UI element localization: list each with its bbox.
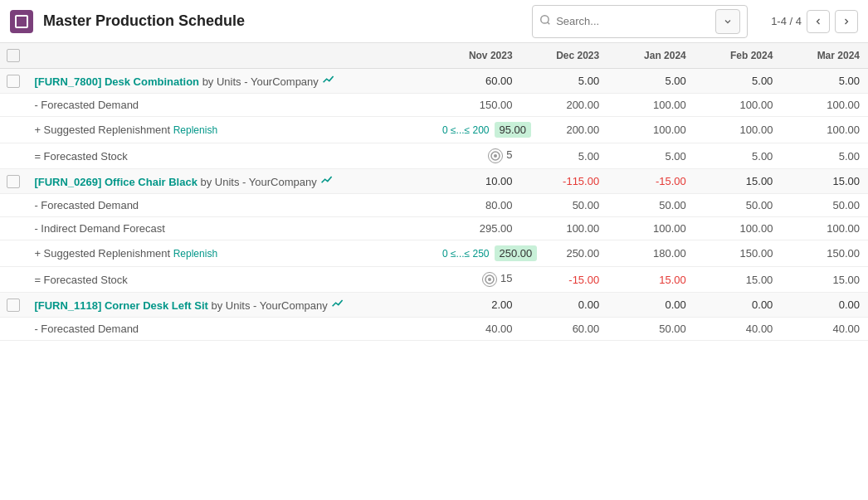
data-cell: 15.00	[695, 169, 782, 194]
row-checkbox-cell[interactable]	[0, 143, 26, 169]
detail-data-value: 100.00	[827, 222, 860, 235]
data-cell: 0 ≤...≤ 250250.00	[434, 240, 521, 267]
product-link[interactable]: [FURN_1118] Corner Desk Left Sit	[34, 299, 208, 312]
data-cell: 15.00	[781, 169, 868, 194]
chart-icon[interactable]	[331, 298, 344, 312]
data-cell: 50.00	[607, 318, 695, 341]
table-header-row: Nov 2023 Dec 2023 Jan 2024 Feb 2024 Mar …	[0, 43, 868, 69]
stock-data-value: 5.00	[839, 150, 860, 163]
search-icon	[539, 14, 551, 28]
row-checkbox-cell[interactable]	[0, 69, 26, 94]
detail-label-cell: - Forecasted Demand	[26, 94, 434, 117]
data-cell: 5.00	[695, 69, 782, 94]
product-label-cell: [FURN_1118] Corner Desk Left Sit by Unit…	[26, 293, 434, 318]
table-row: = Forecasted Stock 55.005.005.005.00	[0, 143, 868, 169]
data-cell: 100.00	[781, 217, 868, 240]
data-cell: 2.00	[434, 293, 521, 318]
stock-label: = Forecasted Stock	[34, 150, 127, 163]
product-data-value: 0.00	[578, 299, 599, 311]
row-checkbox[interactable]	[7, 175, 20, 188]
detail-label-cell: - Indirect Demand Forecast	[26, 217, 434, 240]
product-data-value: 60.00	[485, 75, 513, 87]
table-row: [FURN_0269] Office Chair Black by Units …	[0, 169, 868, 194]
data-cell: 0.00	[521, 293, 608, 318]
header-checkbox-cell[interactable]	[0, 43, 26, 69]
replenishment-data-value: 100.00	[740, 124, 773, 136]
table-row: + Suggested Replenishment Replenish0 ≤..…	[0, 240, 868, 267]
row-checkbox-cell[interactable]	[0, 267, 26, 293]
stock-data-value: 15.00	[659, 274, 686, 286]
production-schedule-table: Nov 2023 Dec 2023 Jan 2024 Feb 2024 Mar …	[0, 43, 868, 341]
row-checkbox-cell[interactable]	[0, 169, 26, 194]
product-data-value: 15.00	[746, 175, 773, 187]
replenish-link[interactable]: Replenish	[173, 124, 217, 136]
select-all-checkbox[interactable]	[7, 49, 20, 62]
row-checkbox[interactable]	[7, 299, 20, 312]
row-checkbox[interactable]	[7, 75, 20, 88]
row-checkbox-cell[interactable]	[0, 194, 26, 217]
replenishment-label: + Suggested Replenishment	[34, 247, 173, 260]
product-data-value: 10.00	[485, 175, 513, 187]
detail-data-value: 100.00	[653, 99, 686, 111]
product-data-value: -15.00	[656, 175, 686, 187]
data-cell: -115.00	[521, 169, 608, 194]
data-cell: 80.00	[434, 194, 521, 217]
table-row: [FURN_1118] Corner Desk Left Sit by Unit…	[0, 293, 868, 318]
data-cell: 50.00	[521, 194, 608, 217]
product-meta: by Units - YourCompany	[208, 299, 328, 312]
data-cell: 15.00	[695, 267, 782, 293]
detail-data-value: 40.00	[832, 323, 860, 335]
product-link[interactable]: [FURN_7800] Desk Combination	[34, 75, 199, 88]
replenish-link[interactable]: Replenish	[173, 248, 217, 260]
replenishment-highlighted-value: 95.00	[495, 122, 532, 138]
data-cell: 200.00	[521, 94, 608, 117]
detail-data-value: 100.00	[740, 99, 773, 111]
chart-icon[interactable]	[320, 174, 334, 188]
detail-label-cell: - Forecasted Demand	[26, 194, 434, 217]
pagination-next-button[interactable]	[835, 10, 858, 33]
table-row: - Forecasted Demand80.0050.0050.0050.005…	[0, 194, 868, 217]
data-cell: -15.00	[607, 169, 695, 194]
product-link[interactable]: [FURN_0269] Office Chair Black	[34, 176, 197, 188]
replenishment-data-value: 100.00	[653, 124, 686, 136]
detail-label: - Indirect Demand Forecast	[34, 222, 165, 235]
header-dec2023: Dec 2023	[521, 43, 608, 69]
product-meta: by Units - YourCompany	[197, 176, 317, 188]
search-input[interactable]	[556, 15, 712, 27]
header-jan2024: Jan 2024	[607, 43, 695, 69]
row-checkbox-cell[interactable]	[0, 117, 26, 143]
product-data-value: 2.00	[491, 299, 512, 311]
chart-icon[interactable]	[322, 74, 335, 88]
replenishment-label: + Suggested Replenishment	[34, 124, 173, 136]
row-checkbox-cell[interactable]	[0, 240, 26, 267]
app-icon	[10, 10, 33, 33]
pagination-label: 1-4 / 4	[771, 15, 802, 27]
svg-point-3	[494, 154, 497, 158]
header-feb2024: Feb 2024	[695, 43, 782, 69]
replenishment-highlighted-value: 250.00	[495, 245, 538, 261]
data-cell: 5.00	[781, 69, 868, 94]
data-cell: 100.00	[695, 117, 782, 143]
detail-data-value: 50.00	[746, 199, 773, 211]
product-data-value: 5.00	[578, 75, 599, 87]
stock-data-value: 15.00	[832, 274, 860, 286]
row-checkbox-cell[interactable]	[0, 318, 26, 341]
data-cell: 50.00	[607, 194, 695, 217]
data-cell: 0.00	[607, 293, 695, 318]
pagination-prev-button[interactable]	[807, 10, 830, 33]
header-nov2023: Nov 2023	[434, 43, 521, 69]
chevron-right-icon	[841, 17, 851, 27]
row-checkbox-cell[interactable]	[0, 94, 26, 117]
product-meta: by Units - YourCompany	[199, 75, 319, 88]
header-label	[26, 43, 434, 69]
search-dropdown-button[interactable]	[715, 9, 740, 34]
data-cell: 5.00	[607, 143, 695, 169]
page-title: Master Production Schedule	[43, 12, 245, 30]
row-checkbox-cell[interactable]	[0, 217, 26, 240]
data-cell: 100.00	[695, 94, 782, 117]
data-cell: 100.00	[521, 217, 608, 240]
replenishment-data-value: 180.00	[653, 247, 686, 260]
data-cell: 15.00	[607, 267, 695, 293]
table-row: - Indirect Demand Forecast295.00100.0010…	[0, 217, 868, 240]
row-checkbox-cell[interactable]	[0, 293, 26, 318]
